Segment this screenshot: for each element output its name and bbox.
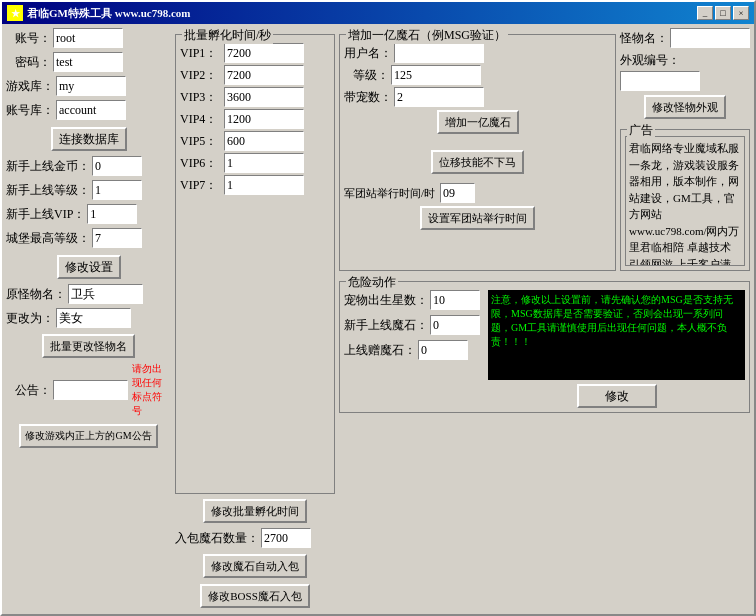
- modify-boss-magic-button[interactable]: 修改BOSS魔石入包: [200, 584, 310, 608]
- close-button[interactable]: ×: [733, 6, 749, 20]
- monster-name-row: 怪物名：: [620, 28, 750, 48]
- notice-warning: 请勿出现任何标点符号: [132, 362, 171, 418]
- vip2-input[interactable]: [224, 65, 304, 85]
- modify-batch-button[interactable]: 修改批量孵化时间: [203, 499, 307, 523]
- appearance-row: 外观编号：: [620, 52, 750, 91]
- pet-count-input[interactable]: [394, 87, 484, 107]
- pet-stars-input[interactable]: [430, 290, 480, 310]
- original-monster-input[interactable]: [68, 284, 143, 304]
- accountdb-input[interactable]: [56, 100, 126, 120]
- modify-danger-button[interactable]: 修改: [577, 384, 657, 408]
- notice-row: 公告： 请勿出现任何标点符号: [6, 362, 171, 418]
- gamedb-input[interactable]: [56, 76, 126, 96]
- account-row: 账号：: [6, 28, 171, 48]
- modify-notice-row: 修改游戏内正上方的GM公告: [6, 424, 171, 448]
- level-input[interactable]: [391, 65, 481, 85]
- notice-input[interactable]: [53, 380, 128, 400]
- newbie-level-input[interactable]: [92, 180, 142, 200]
- vip5-input[interactable]: [224, 131, 304, 151]
- original-monster-row: 原怪物名：: [6, 284, 171, 304]
- ad-group: 广告 君临网络专业魔域私服一条龙，游戏装设服务器相用，版本制作，网站建设，GM工…: [620, 129, 750, 271]
- modify-appearance-row: 修改怪物外观: [620, 95, 750, 119]
- password-row: 密码：: [6, 52, 171, 72]
- accountdb-row: 账号库：: [6, 100, 171, 120]
- change-to-input[interactable]: [56, 308, 131, 328]
- newbie-gold-input[interactable]: [92, 156, 142, 176]
- modify-settings-button[interactable]: 修改设置: [57, 255, 121, 279]
- batch-change-row: 批量更改怪物名: [6, 334, 171, 358]
- vip1-input[interactable]: [224, 43, 304, 63]
- vip4-input[interactable]: [224, 109, 304, 129]
- newbie-vip-input[interactable]: [87, 204, 137, 224]
- monster-name-label: 怪物名：: [620, 30, 668, 47]
- batch-hatch-group: 批量孵化时间/秒 VIP1： VIP2： VIP3： VIP4：: [175, 34, 335, 494]
- newbie-vip-label: 新手上线VIP：: [6, 206, 85, 223]
- online-reward-input[interactable]: [418, 340, 468, 360]
- newbie-level-row: 新手上线等级：: [6, 180, 171, 200]
- vip6-label: VIP6：: [180, 155, 220, 172]
- original-monster-label: 原怪物名：: [6, 286, 66, 303]
- middle-panel: 批量孵化时间/秒 VIP1： VIP2： VIP3： VIP4：: [175, 28, 335, 610]
- danger-group: 危险动作 宠物出生星数： 新手上线魔石： 上线赠魔石：: [339, 281, 750, 413]
- newbie-gold-label: 新手上线金币：: [6, 158, 90, 175]
- set-army-btn-row: 设置军团站举行时间: [344, 206, 611, 230]
- add-magic-button[interactable]: 增加一亿魔石: [437, 110, 519, 134]
- castle-level-label: 城堡最高等级：: [6, 230, 90, 247]
- warning-text: 注意，修改以上设置前，请先确认您的MSG是否支持无限，MSG数据库是否需要验证，…: [491, 294, 733, 347]
- minimize-button[interactable]: _: [697, 6, 713, 20]
- monster-name-input[interactable]: [670, 28, 750, 48]
- account-label: 账号：: [6, 30, 51, 47]
- vip2-row: VIP2：: [180, 65, 330, 85]
- newline-magic-input[interactable]: [430, 315, 480, 335]
- pack-magic-input[interactable]: [261, 528, 311, 548]
- vip1-row: VIP1：: [180, 43, 330, 63]
- online-reward-row: 上线赠魔石：: [344, 340, 480, 360]
- vip7-label: VIP7：: [180, 177, 220, 194]
- vip7-input[interactable]: [224, 175, 304, 195]
- modify-boss-magic-row: 修改BOSS魔石入包: [175, 584, 335, 608]
- add-magic-title: 增加一亿魔石（例MSG验证）: [346, 27, 508, 44]
- right-top-row: 增加一亿魔石（例MSG验证） 用户名： 等级： 带宠数：: [339, 28, 750, 271]
- connect-button[interactable]: 连接数据库: [51, 127, 127, 151]
- set-army-button[interactable]: 设置军团站举行时间: [420, 206, 535, 230]
- account-input[interactable]: [53, 28, 123, 48]
- modify-notice-button[interactable]: 修改游戏内正上方的GM公告: [19, 424, 157, 448]
- modify-magic-auto-button[interactable]: 修改魔石自动入包: [203, 554, 307, 578]
- pack-magic-row: 入包魔石数量：: [175, 528, 335, 548]
- vip6-input[interactable]: [224, 153, 304, 173]
- vip3-row: VIP3：: [180, 87, 330, 107]
- level-row: 等级：: [344, 65, 611, 85]
- castle-level-input[interactable]: [92, 228, 142, 248]
- army-time-label: 军团站举行时间/时: [344, 186, 435, 201]
- pet-count-row: 带宠数：: [344, 87, 611, 107]
- change-to-label: 更改为：: [6, 310, 54, 327]
- password-input[interactable]: [53, 52, 123, 72]
- gamedb-row: 游戏库：: [6, 76, 171, 96]
- connect-row: 连接数据库: [6, 127, 171, 151]
- batch-change-button[interactable]: 批量更改怪物名: [42, 334, 135, 358]
- castle-level-row: 城堡最高等级：: [6, 228, 171, 248]
- pack-magic-label: 入包魔石数量：: [175, 530, 259, 547]
- army-time-input[interactable]: [440, 183, 475, 203]
- modify-appearance-button[interactable]: 修改怪物外观: [644, 95, 726, 119]
- username-input[interactable]: [394, 43, 484, 63]
- password-label: 密码：: [6, 54, 51, 71]
- move-skill-button[interactable]: 位移技能不下马: [431, 150, 524, 174]
- appearance-input[interactable]: [620, 71, 700, 91]
- app-icon: ★: [7, 5, 23, 21]
- newbie-vip-row: 新手上线VIP：: [6, 204, 171, 224]
- warning-box: 注意，修改以上设置前，请先确认您的MSG是否支持无限，MSG数据库是否需要验证，…: [488, 290, 745, 380]
- vip3-input[interactable]: [224, 87, 304, 107]
- ad-text: 君临网络专业魔域私服一条龙，游戏装设服务器相用，版本制作，网站建设，GM工具，官…: [629, 142, 740, 266]
- newbie-level-label: 新手上线等级：: [6, 182, 90, 199]
- modify-batch-row: 修改批量孵化时间: [175, 499, 335, 523]
- online-reward-label: 上线赠魔石：: [344, 342, 416, 359]
- newline-magic-label: 新手上线魔石：: [344, 317, 428, 334]
- newline-magic-row: 新手上线魔石：: [344, 315, 480, 335]
- maximize-button[interactable]: □: [715, 6, 731, 20]
- notice-label: 公告：: [6, 382, 51, 399]
- title-bar: ★ 君临GM特殊工具 www.uc798.com _ □ ×: [2, 2, 754, 24]
- level-label: 等级：: [344, 67, 389, 84]
- add-magic-group: 增加一亿魔石（例MSG验证） 用户名： 等级： 带宠数：: [339, 34, 616, 271]
- pet-count-label: 带宠数：: [344, 89, 392, 106]
